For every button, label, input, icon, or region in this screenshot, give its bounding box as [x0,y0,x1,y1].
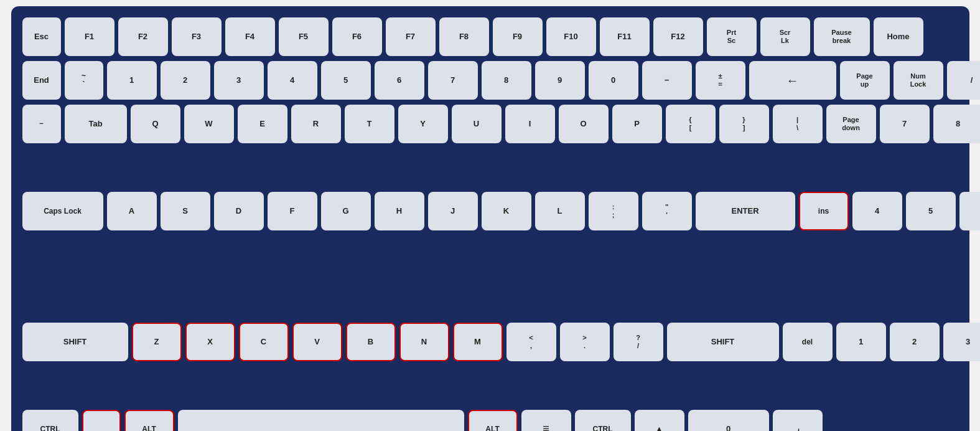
key-rshift[interactable]: SHIFT [667,323,779,361]
key-f12[interactable]: F12 [653,17,703,56]
key-n[interactable]: N [399,323,449,361]
key-z[interactable]: Z [132,323,182,361]
key-num2[interactable]: 2 [890,323,940,361]
key-backspace[interactable]: ← [749,61,836,100]
key-numdot[interactable]: ٫ [773,410,823,431]
key-ralt[interactable]: ALT [468,410,518,431]
key-num7[interactable]: 7 [880,105,930,143]
key-num4[interactable]: 4 [852,192,902,230]
key-s[interactable]: S [161,192,210,230]
key-e[interactable]: E [238,105,287,143]
key-8[interactable]: 8 [482,61,531,100]
key-enter[interactable]: ENTER [696,192,795,230]
key-lctrl[interactable]: CTRL [22,410,78,431]
key-period[interactable]: >. [560,323,610,361]
key-m[interactable]: M [453,323,503,361]
key-3[interactable]: 3 [214,61,264,100]
key-pageup[interactable]: Pageup [840,61,890,100]
key-backslash[interactable]: |\ [773,105,823,143]
key-lalt[interactable]: ALT [124,410,174,431]
key-2[interactable]: 2 [161,61,210,100]
key-num5[interactable]: 5 [906,192,956,230]
key-num0[interactable]: 0 [688,410,769,431]
key-num3[interactable]: 3 [943,323,981,361]
key-9[interactable]: 9 [535,61,585,100]
key-i[interactable]: I [505,105,555,143]
key-lbracket[interactable]: {[ [666,105,716,143]
key-num6[interactable]: 6 [959,192,981,230]
key-f10[interactable]: F10 [546,17,596,56]
key-quote[interactable]: "' [642,192,692,230]
key-minus[interactable]: − [642,61,692,100]
key-pausebreak[interactable]: Pausebreak [814,17,870,56]
key-f3[interactable]: F3 [172,17,222,56]
key-1[interactable]: 1 [107,61,157,100]
key-tab[interactable]: Tab [65,105,127,143]
key-7[interactable]: 7 [428,61,478,100]
key-f[interactable]: F [268,192,317,230]
key-tilde[interactable]: ~` [65,61,103,100]
key-o[interactable]: O [559,105,609,143]
key-b[interactable]: B [346,323,396,361]
key-q[interactable]: Q [131,105,180,143]
key-capslock[interactable]: Caps Lock [22,192,103,230]
shift-row: SHIFT Z X C V B N M <, >. ?/ SHIFT del 1… [22,279,958,405]
key-numdiv[interactable]: / [947,61,981,100]
key-l[interactable]: L [535,192,585,230]
key-comma[interactable]: <, [506,323,556,361]
key-lshift[interactable]: SHIFT [22,323,128,361]
key-v[interactable]: V [292,323,342,361]
key-slash[interactable]: ?/ [614,323,663,361]
key-f6[interactable]: F6 [332,17,382,56]
key-j[interactable]: J [428,192,478,230]
key-pagedown[interactable]: Pagedown [826,105,876,143]
key-uparrow[interactable]: ▲ [635,410,684,431]
key-0[interactable]: 0 [589,61,638,100]
key-prtsc[interactable]: PrtSc [707,17,757,56]
key-f1[interactable]: F1 [65,17,114,56]
key-equals[interactable]: ±= [696,61,745,100]
key-6[interactable]: 6 [375,61,424,100]
key-u[interactable]: U [452,105,502,143]
key-5[interactable]: 5 [321,61,371,100]
number-row: End ~` 1 2 3 4 5 6 7 8 9 0 − ±= ← Pageup… [22,61,958,100]
key-f9[interactable]: F9 [493,17,543,56]
key-k[interactable]: K [482,192,531,230]
key-num8[interactable]: 8 [933,105,981,143]
key-ins[interactable]: ins [799,192,849,230]
key-h[interactable]: H [375,192,424,230]
key-4[interactable]: 4 [268,61,317,100]
key-f5[interactable]: F5 [279,17,329,56]
key-f4[interactable]: F4 [225,17,275,56]
key-rbracket[interactable]: }] [719,105,769,143]
key-numlock[interactable]: NumLock [894,61,943,100]
key-menu[interactable]: ≡ [521,410,571,431]
key-home[interactable]: Home [874,17,923,56]
key-f11[interactable]: F11 [600,17,650,56]
key-rctrl[interactable]: CTRL [575,410,631,431]
key-f7[interactable]: F7 [386,17,436,56]
key-num1[interactable]: 1 [836,323,886,361]
key-esc[interactable]: Esc [22,17,61,56]
key-g[interactable]: G [321,192,371,230]
key-dash[interactable]: − [22,105,61,143]
key-scrlk[interactable]: ScrLk [760,17,810,56]
key-p[interactable]: P [612,105,662,143]
key-a[interactable]: A [107,192,157,230]
key-semicolon[interactable]: :; [589,192,638,230]
key-x[interactable]: X [185,323,235,361]
key-c[interactable]: C [239,323,289,361]
keyboard: Esc F1 F2 F3 F4 F5 F6 F7 F8 F9 F10 F11 F… [11,6,969,431]
key-win[interactable] [82,410,121,431]
key-space[interactable] [178,410,464,431]
key-end[interactable]: End [22,61,61,100]
caps-row: Caps Lock A S D F G H J K L :; "' ENTER … [22,148,958,274]
key-w[interactable]: W [184,105,234,143]
key-y[interactable]: Y [398,105,448,143]
key-f2[interactable]: F2 [118,17,168,56]
key-t[interactable]: T [345,105,394,143]
key-r[interactable]: R [291,105,341,143]
key-f8[interactable]: F8 [439,17,489,56]
key-del[interactable]: del [783,323,833,361]
key-d[interactable]: D [214,192,264,230]
